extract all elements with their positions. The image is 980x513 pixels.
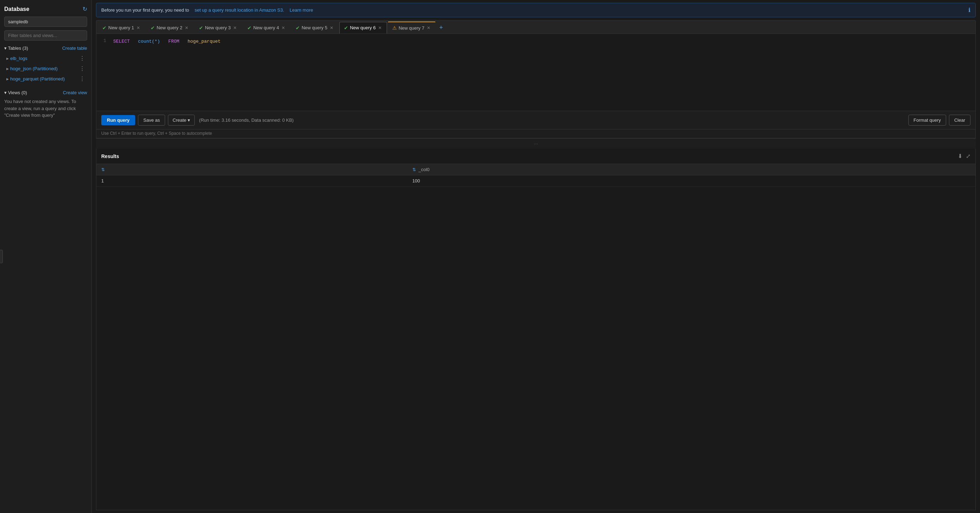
table-row: 1 100: [96, 175, 975, 186]
learn-more-link[interactable]: Learn more: [290, 7, 313, 13]
expand-icon[interactable]: ⤢: [966, 153, 970, 159]
tables-section-header: ▾ Tables (3) Create table: [4, 46, 87, 51]
query-toolbar: Run query Save as Create ▾ (Run time: 3.…: [96, 111, 976, 129]
query-editor[interactable]: 1 SELECT count(*) FROM hoge_parquet: [96, 33, 976, 111]
sidebar-collapse-button[interactable]: ‹: [0, 250, 3, 263]
run-info-text: (Run time: 3.16 seconds, Data scanned: 0…: [199, 118, 294, 123]
create-table-link[interactable]: Create table: [62, 46, 87, 51]
tab-new-query-2[interactable]: ✔ New query 2 ✕: [146, 22, 194, 33]
tab-label: New query 3: [205, 25, 231, 30]
results-col-rownum: ⇅: [96, 164, 407, 175]
tab-label: New query 5: [302, 25, 328, 30]
tab-close-icon[interactable]: ✕: [281, 25, 286, 30]
create-view-link[interactable]: Create view: [63, 90, 87, 95]
tab-check-icon: ✔: [151, 25, 155, 31]
tab-new-query-1[interactable]: ✔ New query 1 ✕: [98, 22, 145, 33]
row-col0: 100: [407, 175, 975, 186]
table-item[interactable]: hoge_json (Partitioned) ⋮: [4, 64, 87, 73]
create-button[interactable]: Create ▾: [168, 115, 195, 126]
tab-label: New query 1: [108, 25, 134, 30]
tab-label: New query 6: [350, 25, 376, 30]
tab-check-icon: ✔: [247, 25, 251, 31]
views-section-title[interactable]: ▾ Views (0): [4, 90, 27, 95]
tab-new-query-6[interactable]: ✔ New query 6 ✕: [339, 22, 387, 33]
views-section: ▾ Views (0) Create view You have not cre…: [4, 90, 87, 119]
views-section-header: ▾ Views (0) Create view: [4, 90, 87, 95]
sidebar: Database ↻ sampledb ▾ Tables (3) Create …: [0, 0, 92, 513]
line-number: 1: [103, 38, 106, 43]
add-tab-button[interactable]: +: [436, 22, 446, 33]
info-bar-text: Before you run your first query, you nee…: [101, 7, 189, 13]
sidebar-header: Database ↻: [4, 6, 87, 12]
sort-icon[interactable]: ⇅: [101, 167, 105, 172]
tables-section-title[interactable]: ▾ Tables (3): [4, 46, 28, 51]
hint-text: Use Ctrl + Enter to run query, Ctrl + Sp…: [96, 129, 976, 138]
toolbar-right: Format query Clear: [908, 115, 970, 126]
editor-content: SELECT count(*) FROM hoge_parquet: [109, 34, 975, 50]
results-col-col0[interactable]: ⇅ _col0: [407, 164, 975, 175]
results-header-row: ⇅ ⇅ _col0: [96, 164, 975, 175]
keyword-select: SELECT: [113, 39, 130, 44]
tab-close-icon[interactable]: ✕: [184, 25, 189, 30]
results-header: Results ⬇ ⤢: [96, 148, 975, 164]
table-menu-icon[interactable]: ⋮: [80, 75, 85, 82]
tab-close-icon[interactable]: ✕: [426, 25, 431, 30]
table-reference: hoge_parquet: [188, 39, 221, 44]
column-label: _col0: [418, 167, 430, 172]
table-menu-icon[interactable]: ⋮: [80, 55, 85, 62]
tabs-bar: ✔ New query 1 ✕ ✔ New query 2 ✕ ✔ New qu…: [96, 20, 976, 33]
table-item[interactable]: elb_logs ⋮: [4, 54, 87, 63]
tab-label: New query 7: [399, 25, 425, 31]
table-item-label: hoge_json (Partitioned): [6, 66, 57, 71]
results-panel: Results ⬇ ⤢ ⇅ ⇅ _col0: [96, 148, 976, 510]
s3-setup-link[interactable]: set up a query result location in Amazon…: [195, 7, 284, 13]
save-as-button[interactable]: Save as: [138, 115, 165, 126]
sort-icon[interactable]: ⇅: [412, 167, 416, 172]
row-number: 1: [96, 175, 407, 186]
refresh-icon[interactable]: ↻: [83, 6, 87, 12]
table-item-label: hoge_parquet (Partitioned): [6, 76, 65, 81]
tab-close-icon[interactable]: ✕: [377, 25, 382, 30]
results-table: ⇅ ⇅ _col0 1 100: [96, 164, 975, 186]
tab-close-icon[interactable]: ✕: [329, 25, 334, 30]
main-content: Before you run your first query, you nee…: [92, 0, 980, 513]
database-select[interactable]: sampledb: [4, 17, 87, 27]
run-query-button[interactable]: Run query: [101, 115, 135, 125]
editor-gutter: 1: [96, 34, 109, 48]
create-dropdown-icon: ▾: [188, 118, 190, 123]
tab-new-query-3[interactable]: ✔ New query 3 ✕: [194, 22, 242, 33]
tab-label: New query 2: [157, 25, 182, 30]
tab-check-icon: ✔: [199, 25, 203, 31]
resize-divider[interactable]: ···: [96, 138, 976, 148]
divider-dots: ···: [534, 141, 538, 147]
table-item-label: elb_logs: [6, 56, 27, 61]
keyword-func: count(*): [138, 39, 160, 44]
results-title: Results: [101, 153, 119, 159]
info-bar: Before you run your first query, you nee…: [96, 3, 976, 17]
table-item[interactable]: hoge_parquet (Partitioned) ⋮: [4, 74, 87, 84]
table-menu-icon[interactable]: ⋮: [80, 65, 85, 72]
info-icon[interactable]: ℹ: [968, 7, 970, 13]
tab-close-icon[interactable]: ✕: [136, 25, 141, 30]
tab-close-icon[interactable]: ✕: [232, 25, 237, 30]
results-icons: ⬇ ⤢: [958, 153, 970, 159]
tab-check-icon: ✔: [102, 25, 107, 31]
tab-new-query-4[interactable]: ✔ New query 4 ✕: [243, 22, 290, 33]
views-empty-text: You have not created any views. To creat…: [4, 98, 87, 119]
filter-input[interactable]: [4, 30, 87, 41]
keyword-from: FROM: [168, 39, 179, 44]
tab-warning-icon: ⚠: [392, 25, 397, 31]
clear-button[interactable]: Clear: [949, 115, 970, 126]
sidebar-title: Database: [4, 6, 29, 12]
tab-check-icon: ✔: [344, 25, 348, 31]
create-button-label: Create: [172, 118, 186, 123]
query-editor-area: ✔ New query 1 ✕ ✔ New query 2 ✕ ✔ New qu…: [96, 20, 976, 513]
download-icon[interactable]: ⬇: [958, 153, 963, 159]
tab-new-query-5[interactable]: ✔ New query 5 ✕: [291, 22, 339, 33]
tab-check-icon: ✔: [296, 25, 300, 31]
tab-new-query-7[interactable]: ⚠ New query 7 ✕: [388, 22, 436, 33]
tab-label: New query 4: [253, 25, 279, 30]
format-query-button[interactable]: Format query: [908, 115, 946, 126]
